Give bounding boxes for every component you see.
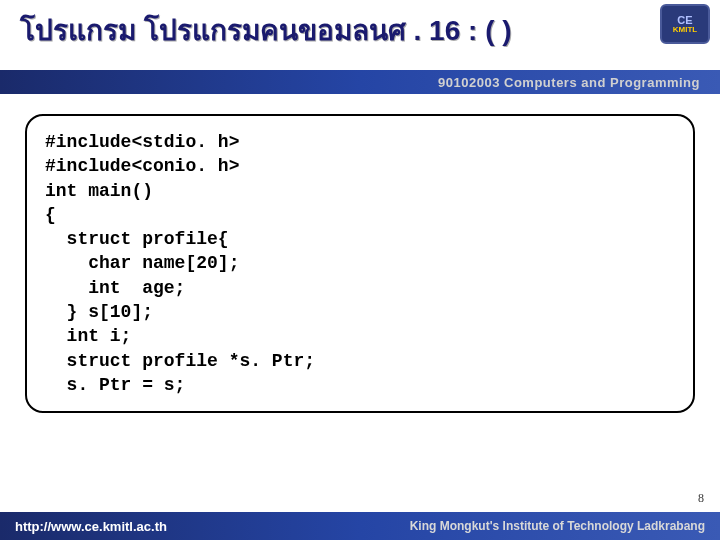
- code-line: char name[20];: [45, 251, 675, 275]
- code-line: struct profile{: [45, 227, 675, 251]
- logo-text-bottom: KMITL: [673, 26, 697, 34]
- page-number: 8: [698, 491, 704, 506]
- slide-container: โปรแกรม โปรแกรมคนขอมลนศ . 16 : ( ) CE KM…: [0, 0, 720, 540]
- code-line: #include<stdio. h>: [45, 130, 675, 154]
- code-line: struct profile *s. Ptr;: [45, 349, 675, 373]
- code-line: {: [45, 203, 675, 227]
- logo-text-top: CE: [677, 15, 692, 26]
- code-line: int age;: [45, 276, 675, 300]
- slide-title: โปรแกรม โปรแกรมคนขอมลนศ . 16 : ( ): [20, 8, 700, 52]
- code-box: #include<stdio. h> #include<conio. h> in…: [25, 114, 695, 413]
- code-line: s. Ptr = s;: [45, 373, 675, 397]
- code-line: #include<conio. h>: [45, 154, 675, 178]
- footer-url: http://www.ce.kmitl.ac.th: [15, 519, 167, 534]
- code-line: } s[10];: [45, 300, 675, 324]
- content-area: #include<stdio. h> #include<conio. h> in…: [0, 94, 720, 433]
- slide-header: โปรแกรม โปรแกรมคนขอมลนศ . 16 : ( ) CE KM…: [0, 0, 720, 70]
- footer-institute: King Mongkut's Institute of Technology L…: [410, 519, 705, 533]
- code-line: int i;: [45, 324, 675, 348]
- course-bar: 90102003 Computers and Programming: [0, 70, 720, 94]
- code-line: int main(): [45, 179, 675, 203]
- course-code-text: 90102003 Computers and Programming: [438, 75, 700, 90]
- institute-logo: CE KMITL: [660, 4, 710, 44]
- slide-footer: http://www.ce.kmitl.ac.th King Mongkut's…: [0, 512, 720, 540]
